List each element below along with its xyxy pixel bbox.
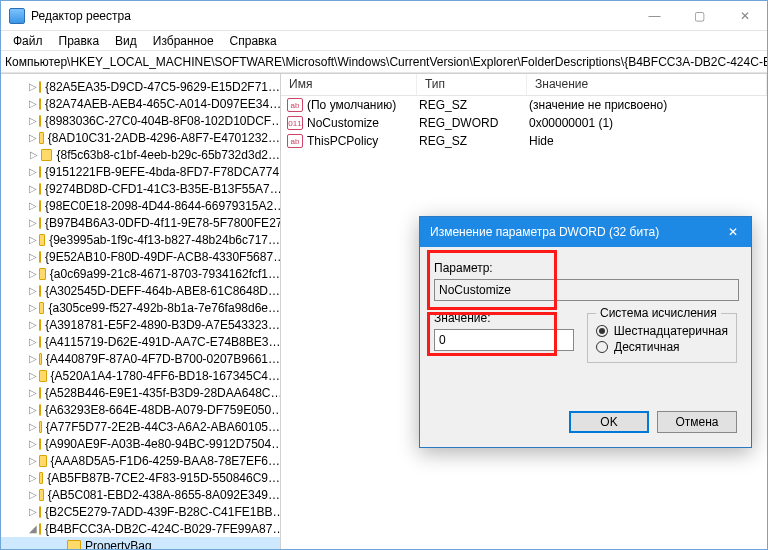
folder-icon <box>39 455 47 467</box>
folder-icon <box>41 149 53 161</box>
tree-item[interactable]: PropertyBag <box>1 537 280 549</box>
tree-item[interactable]: ▷{8AD10C31-2ADB-4296-A8F7-E4701232… <box>1 129 280 146</box>
cell-name: (По умолчанию) <box>307 98 419 112</box>
expand-icon: ▷ <box>29 217 37 228</box>
tree-item[interactable]: ▷{82A74AEB-AEB4-465C-A014-D097EE34… <box>1 95 280 112</box>
tree-item[interactable]: ▷{98EC0E18-2098-4D44-8644-66979315A2… <box>1 197 280 214</box>
radio-hex-icon <box>596 325 608 337</box>
tree-item[interactable]: ▷{a305ce99-f527-492b-8b1a-7e76fa98d6e… <box>1 299 280 316</box>
minimize-button[interactable]: — <box>632 1 677 31</box>
tree-item-label: {9151221FB-9EFE-4bda-8FD7-F78DCA774… <box>45 165 281 179</box>
tree-item[interactable]: ▷{B2C5E279-7ADD-439F-B28C-C41FE1BB… <box>1 503 280 520</box>
tree-item[interactable]: ▷{A302545D-DEFF-464b-ABE8-61C8648D… <box>1 282 280 299</box>
folder-icon <box>39 132 44 144</box>
col-value[interactable]: Значение <box>527 74 767 95</box>
tree-item-label: PropertyBag <box>85 539 152 550</box>
list-row[interactable]: 011NoCustomizeREG_DWORD0x00000001 (1) <box>281 114 767 132</box>
folder-icon <box>39 234 45 246</box>
tree-item[interactable]: ▷{A4115719-D62E-491D-AA7C-E74B8BE3… <box>1 333 280 350</box>
tree-item[interactable]: ▷{9E52AB10-F80D-49DF-ACB8-4330F5687… <box>1 248 280 265</box>
tree-item[interactable]: ▷{A440879F-87A0-4F7D-B700-0207B9661… <box>1 350 280 367</box>
folder-icon <box>39 81 41 93</box>
tree-item-label: {8f5c63b8-c1bf-4eeb-b29c-65b732d3d2… <box>56 148 280 162</box>
folder-icon <box>39 285 41 297</box>
tree-item-label: {A77F5D77-2E2B-44C3-A6A2-ABA60105… <box>46 420 280 434</box>
list-row[interactable]: ab(По умолчанию)REG_SZ(значение не присв… <box>281 96 767 114</box>
base-groupbox: Система исчисления Шестнадцатеричная Дес… <box>587 313 737 363</box>
radio-hex[interactable]: Шестнадцатеричная <box>596 324 728 338</box>
folder-icon <box>39 98 41 110</box>
menu-favorites[interactable]: Избранное <box>145 31 222 50</box>
tree-item-label: {AB5FB87B-7CE2-4F83-915D-550846C9… <box>47 471 280 485</box>
tree-item-label: {A440879F-87A0-4F7D-B700-0207B9661… <box>46 352 280 366</box>
folder-icon <box>39 438 41 450</box>
expand-icon: ▷ <box>29 438 37 449</box>
list-row[interactable]: abThisPCPolicyREG_SZHide <box>281 132 767 150</box>
folder-icon <box>39 251 41 263</box>
expand-icon: ▷ <box>29 302 37 313</box>
folder-icon <box>67 540 81 550</box>
expand-icon: ▷ <box>29 353 37 364</box>
expand-icon: ▷ <box>29 506 37 517</box>
maximize-button[interactable]: ▢ <box>677 1 722 31</box>
tree-item[interactable]: ▷{8f5c63b8-c1bf-4eeb-b29c-65b732d3d2… <box>1 146 280 163</box>
tree-item-label: {AB5C081-EBD2-438A-8655-8A092E349… <box>48 488 280 502</box>
menu-file[interactable]: Файл <box>5 31 51 50</box>
dialog-close-button[interactable]: ✕ <box>715 217 751 247</box>
tree-item-label: {8AD10C31-2ADB-4296-A8F7-E4701232… <box>48 131 280 145</box>
radio-dec[interactable]: Десятичная <box>596 340 728 354</box>
expand-icon: ▷ <box>29 251 37 262</box>
close-button[interactable]: ✕ <box>722 1 767 31</box>
folder-icon <box>39 336 41 348</box>
col-name[interactable]: Имя <box>281 74 417 95</box>
folder-icon <box>39 523 41 535</box>
tree-item[interactable]: ▷{9e3995ab-1f9c-4f13-b827-48b24b6c717… <box>1 231 280 248</box>
folder-icon <box>39 421 42 433</box>
folder-icon <box>39 319 41 331</box>
list-header: Имя Тип Значение <box>281 74 767 96</box>
tree-item[interactable]: ▷{9274BD8D-CFD1-41C3-B35E-B13F55A7… <box>1 180 280 197</box>
tree-item[interactable]: ▷{AB5C081-EBD2-438A-8655-8A092E349… <box>1 486 280 503</box>
value-type-icon: ab <box>287 98 303 112</box>
cancel-button[interactable]: Отмена <box>657 411 737 433</box>
tree-item-label: {a0c69a99-21c8-4671-8703-7934162fcf1… <box>50 267 280 281</box>
key-tree[interactable]: ▷{82A5EA35-D9CD-47C5-9629-E15D2F71…▷{82A… <box>1 74 281 549</box>
menu-help[interactable]: Справка <box>222 31 285 50</box>
tree-item[interactable]: ▷{A63293E8-664E-48DB-A079-DF759E050… <box>1 401 280 418</box>
tree-item[interactable]: ▷{A528B446-E9E1-435f-B3D9-28DAA648C… <box>1 384 280 401</box>
tree-item-label: {A4115719-D62E-491D-AA7C-E74B8BE3… <box>45 335 280 349</box>
tree-item[interactable]: ▷{82A5EA35-D9CD-47C5-9629-E15D2F71… <box>1 78 280 95</box>
tree-item[interactable]: ▷{9151221FB-9EFE-4bda-8FD7-F78DCA774… <box>1 163 280 180</box>
tree-item-label: {B2C5E279-7ADD-439F-B28C-C41FE1BB… <box>45 505 281 519</box>
menubar: Файл Правка Вид Избранное Справка <box>1 31 767 51</box>
tree-item[interactable]: ▷{A520A1A4-1780-4FF6-BD18-167345C4… <box>1 367 280 384</box>
tree-item[interactable]: ▷{A3918781-E5F2-4890-B3D9-A7E543323… <box>1 316 280 333</box>
folder-icon <box>39 506 41 518</box>
tree-item[interactable]: ▷{AB5FB87B-7CE2-4F83-915D-550846C9… <box>1 469 280 486</box>
tree-item-label: {A302545D-DEFF-464b-ABE8-61C8648D… <box>45 284 280 298</box>
cell-value: (значение не присвоено) <box>529 98 767 112</box>
address-bar[interactable]: Компьютер\HKEY_LOCAL_MACHINE\SOFTWARE\Mi… <box>1 51 767 73</box>
tree-item[interactable]: ▷{a0c69a99-21c8-4671-8703-7934162fcf1… <box>1 265 280 282</box>
ok-button[interactable]: OK <box>569 411 649 433</box>
folder-icon <box>39 387 41 399</box>
folder-icon <box>39 115 41 127</box>
tree-item-label: {9e3995ab-1f9c-4f13-b827-48b24b6c717… <box>49 233 280 247</box>
cell-type: REG_SZ <box>419 134 529 148</box>
tree-item[interactable]: ▷{AAA8D5A5-F1D6-4259-BAA8-78E7EF6… <box>1 452 280 469</box>
menu-edit[interactable]: Правка <box>51 31 108 50</box>
folder-icon <box>39 166 41 178</box>
highlight-box-2 <box>427 312 557 356</box>
tree-item-label: {B4BFCC3A-DB2C-424C-B029-7FE99A87… <box>45 522 281 536</box>
menu-view[interactable]: Вид <box>107 31 145 50</box>
expand-icon: ▷ <box>29 268 37 279</box>
tree-item[interactable]: ▷{8983036C-27C0-404B-8F08-102D10DCF… <box>1 112 280 129</box>
expand-icon: ▷ <box>29 472 37 483</box>
expand-icon: ▷ <box>29 336 37 347</box>
tree-item[interactable]: ▷{A990AE9F-A03B-4e80-94BC-9912D7504… <box>1 435 280 452</box>
tree-item[interactable]: ▷{A77F5D77-2E2B-44C3-A6A2-ABA60105… <box>1 418 280 435</box>
cell-type: REG_DWORD <box>419 116 529 130</box>
tree-item[interactable]: ▷{B97B4B6A3-0DFD-4f11-9E78-5F7800FE27… <box>1 214 280 231</box>
col-type[interactable]: Тип <box>417 74 527 95</box>
tree-item[interactable]: ◢{B4BFCC3A-DB2C-424C-B029-7FE99A87… <box>1 520 280 537</box>
